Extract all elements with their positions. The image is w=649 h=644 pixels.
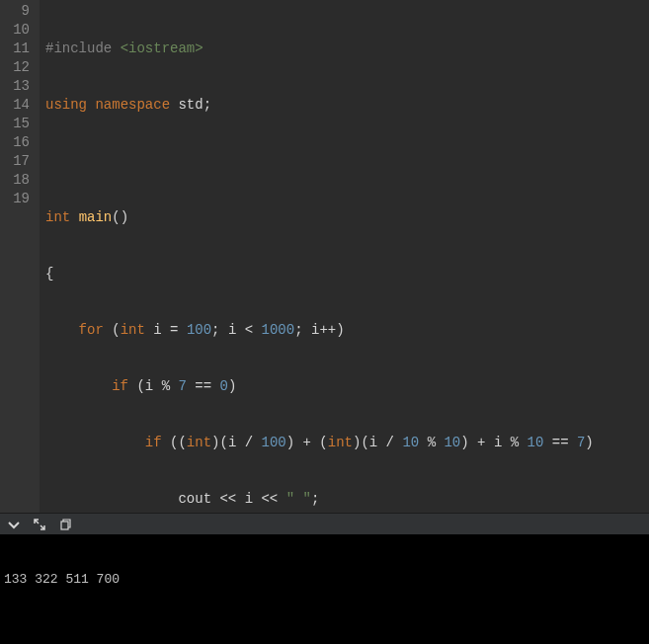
console-output-line: 133 322 511 700 xyxy=(4,571,645,588)
code-line: { xyxy=(45,265,643,283)
code-line: cout << i << " "; xyxy=(45,490,643,509)
expand-icon[interactable] xyxy=(34,519,45,530)
svg-rect-0 xyxy=(61,522,68,529)
code-line: #include <iostream> xyxy=(45,40,643,58)
code-editor[interactable]: 9 10 11 12 13 14 15 16 17 18 19 #include… xyxy=(0,0,649,513)
line-number: 17 xyxy=(6,152,30,171)
line-number: 12 xyxy=(6,58,30,77)
chevron-down-icon[interactable] xyxy=(8,519,20,530)
line-number: 15 xyxy=(6,115,30,133)
code-line: if (i % 7 == 0) xyxy=(45,377,643,396)
line-number: 19 xyxy=(6,190,30,208)
copy-icon[interactable] xyxy=(59,519,71,530)
line-number-gutter: 9 10 11 12 13 14 15 16 17 18 19 xyxy=(0,0,40,513)
code-area[interactable]: #include <iostream> using namespace std;… xyxy=(40,0,649,513)
line-number: 16 xyxy=(6,133,30,152)
code-line xyxy=(45,152,643,171)
output-console[interactable]: 133 322 511 700 ...Program finished with… xyxy=(0,534,649,644)
console-toolbar xyxy=(0,513,649,534)
line-number: 9 xyxy=(6,2,30,21)
code-line: using namespace std; xyxy=(45,96,643,115)
line-number: 18 xyxy=(6,171,30,190)
code-line: int main() xyxy=(45,208,643,227)
line-number: 13 xyxy=(6,77,30,96)
line-number: 14 xyxy=(6,96,30,115)
code-line: if ((int)(i / 100) + (int)(i / 10 % 10) … xyxy=(45,434,643,452)
code-line: for (int i = 100; i < 1000; i++) xyxy=(45,321,643,340)
line-number: 11 xyxy=(6,40,30,58)
line-number: 10 xyxy=(6,21,30,40)
console-blank-line xyxy=(4,621,645,638)
